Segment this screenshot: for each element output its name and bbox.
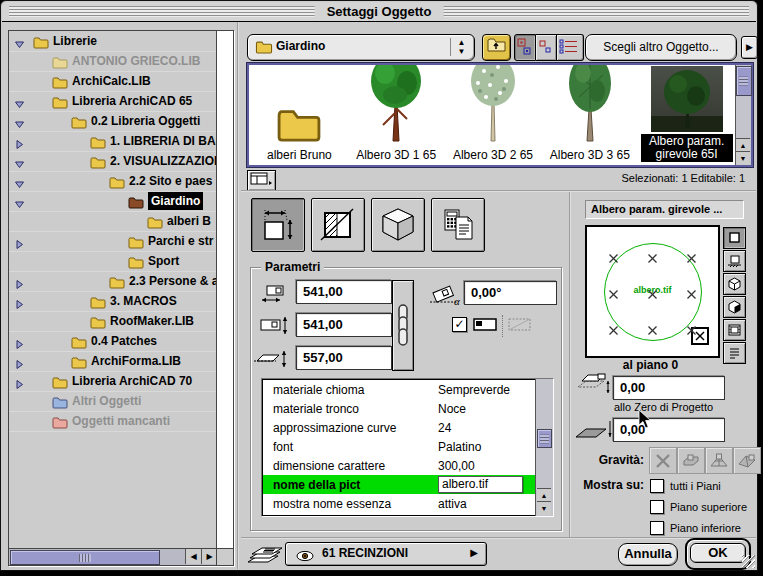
selected-object-name: Albero param. girevole ... [585,200,744,219]
parameter-row-approssimazione-curve[interactable]: approssimazione curve24 [263,418,535,437]
resize-grip[interactable] [742,555,755,568]
cancel-button[interactable]: Annulla [618,543,678,566]
large-icon-view-button[interactable] [514,34,536,61]
list-view-button[interactable] [557,34,584,61]
dimension-c-field[interactable]: 557,00 [296,346,392,370]
ok-button[interactable]: OK [690,543,746,563]
parent-folder-button[interactable] [482,34,511,61]
dimension-a-field[interactable]: 541,00 [296,280,392,304]
scrollbar-thumb[interactable] [537,429,552,448]
gravity-slab-button[interactable] [677,447,705,474]
wireframe-cube-icon [727,277,742,291]
parameter-row-mostra-nome-essenza[interactable]: mostra nome essenzaattiva [263,494,535,513]
hotspot-x-icon [648,249,657,258]
preview-3d-shaded-button[interactable] [723,296,746,318]
tree-item-2-visualizzazion[interactable]: 2. VISUALIZZAZION [9,152,216,172]
browser-vertical-scrollbar[interactable]: ▲ ▼ [735,65,751,165]
link-dimensions-button[interactable] [392,280,414,371]
browser-item-albero-3d-2-65[interactable]: Albero 3D 2 65 [445,65,542,165]
layer-popup-menu[interactable]: 61 RECINZIONI ▶ [285,542,487,566]
scroll-left-button[interactable]: ◀ [185,549,201,564]
parameter-value[interactable]: Noce [438,402,466,416]
folder-icon [147,215,163,233]
tree-item-libreria-archicad-70[interactable]: Libreria ArchiCAD 70 [9,372,216,392]
tree-item-antonio-grieco-lib[interactable]: ANTONIO GRIECO.LIB [9,52,216,72]
parameter-row-dimensione-carattere[interactable]: dimensione carattere300,00 [263,456,535,475]
folder-popup-menu[interactable]: Giardino ▲▼ [247,34,475,61]
checkbox[interactable] [650,500,664,514]
tree-item-libreria-archicad-65[interactable]: Libreria ArchiCAD 65 [9,92,216,112]
folder-icon [90,155,106,173]
tree-item-alberi-b[interactable]: alberi B [9,212,216,232]
scroll-up-button[interactable]: ▲ [537,488,551,502]
parameter-value[interactable]: Sempreverde [438,383,510,397]
panel-layout-popup-button[interactable] [247,170,276,191]
parameter-row-materiale-chioma[interactable]: materiale chiomaSempreverde [263,380,535,399]
choose-other-object-button[interactable]: Scegli altro Oggetto... [585,34,737,61]
mirror-checkbox[interactable]: ✓ [452,317,467,332]
parameter-value[interactable]: Palatino [438,440,481,454]
checkbox[interactable] [650,479,664,493]
parameter-value[interactable]: 300,00 [438,459,475,473]
preview-plan-button[interactable] [723,227,746,249]
tab-2d-fill[interactable] [311,198,365,252]
preview-description-button[interactable] [723,342,746,364]
elevation-field[interactable]: 0,00 [613,376,725,400]
tree-item-parchi-e-str[interactable]: Parchi e str [9,232,216,252]
parameter-value-field[interactable]: albero.tif [438,476,523,493]
tree-item-0-4-patches[interactable]: 0.4 Patches [9,332,216,352]
parameter-value[interactable]: attiva [438,497,467,511]
elevation-reference-label: allo Zero di Progetto [614,401,713,413]
library-tree: LibrerieANTONIO GRIECO.LIBArchiCalc.LIBL… [9,32,216,548]
checkbox[interactable] [650,521,664,535]
chain-link-icon [396,301,410,351]
tree-item-2-2-sito-e-paes[interactable]: 2.2 Sito e paes [9,172,216,192]
tab-dimensions[interactable] [251,198,305,252]
tree-item-3-macros[interactable]: 3. MACROS [9,292,216,312]
parameter-row-materiale-tronco[interactable]: materiale troncoNoce [263,399,535,418]
tree-vertical-scrollbar[interactable] [216,31,233,548]
tree-item-giardino[interactable]: Giardino [9,192,216,212]
tab-3d-model[interactable] [371,198,425,252]
title-bar[interactable]: Settaggi Oggetto [2,2,756,22]
small-icon-view-button[interactable] [536,34,557,61]
scroll-down-button[interactable]: ▼ [537,501,551,515]
parameter-value[interactable]: 24 [438,421,451,435]
scroll-right-button[interactable]: ▶ [201,549,217,564]
tree-item-archicalc-lib[interactable]: ArchiCalc.LIB [9,72,216,92]
toolbar-more-button[interactable]: ▶ [741,36,758,59]
tree-item-2-3-persone-a[interactable]: 2.3 Persone & a [9,272,216,292]
folder-icon [128,255,144,273]
tree-item-1-libreria-di-bas[interactable]: 1. LIBRERIA DI BAS [9,132,216,152]
scroll-down-button[interactable]: ▼ [736,151,750,165]
table-vertical-scrollbar[interactable]: ▲ ▼ [535,379,553,516]
browser-item-albero-param-girevole-65i[interactable]: Albero param. girevole 65I [638,66,735,165]
tree-item-librerie[interactable]: Librerie [9,32,216,52]
preview-elevation-button[interactable] [723,250,746,272]
rotation-angle-field[interactable]: 0,00° [464,281,557,305]
dimension-b-field[interactable]: 541,00 [296,313,392,337]
browser-item-albero-3d-1-65[interactable]: Albero 3D 1 65 [348,65,445,165]
tree-item-archiforma-lib[interactable]: ArchiForma.LIB [9,352,216,372]
tree-horizontal-scrollbar[interactable]: ◀ ▶ [9,548,217,565]
gravity-mesh-button[interactable] [705,447,733,474]
base-offset-field[interactable]: 0,00 [613,418,725,442]
tab-quantities[interactable] [431,198,485,252]
scrollbar-thumb[interactable] [10,550,160,565]
gravity-roof-button[interactable] [733,447,761,474]
scrollbar-thumb[interactable] [736,66,752,96]
scroll-up-button[interactable]: ▲ [736,138,750,152]
preview-picture-button[interactable] [723,319,746,341]
browser-item-albero-3d-3-65[interactable]: Albero 3D 3 65 [541,65,638,165]
tree-item-altri-oggetti[interactable]: Altri Oggetti [9,392,216,412]
parameter-row-font[interactable]: fontPalatino [263,437,535,456]
tree-item-sport[interactable]: Sport [9,252,216,272]
parameter-row-nome-della-pict[interactable]: nome della pictalbero.tif [263,475,535,494]
tree-item-roofmaker-lib[interactable]: RoofMaker.LIB [9,312,216,332]
gravity-none-icon [654,452,672,470]
preview-3d-wireframe-button[interactable] [723,273,746,295]
tree-item-oggetti-mancanti[interactable]: Oggetti mancanti [9,412,216,432]
browser-item-alberi-bruno[interactable]: alberi Bruno [251,106,348,165]
tree-item-0-2-libreria-oggetti[interactable]: 0.2 Libreria Oggetti [9,112,216,132]
gravity-none-button[interactable] [649,447,677,474]
